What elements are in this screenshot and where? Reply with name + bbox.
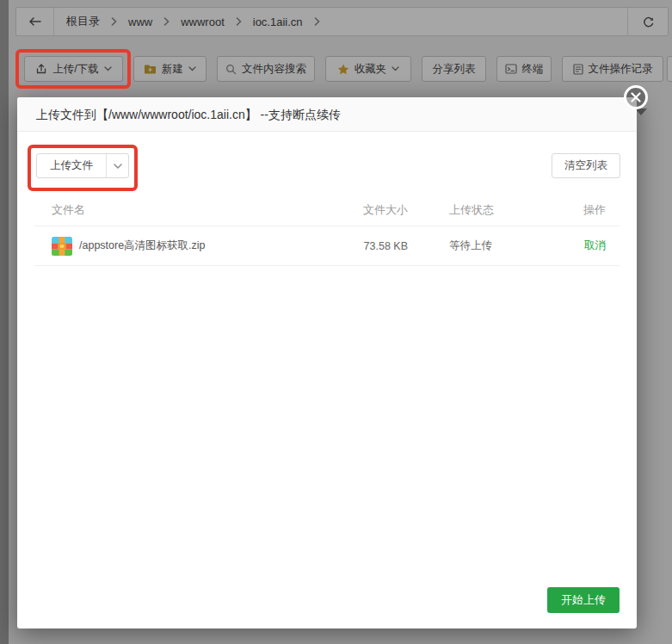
header-action: 操作 bbox=[540, 202, 620, 218]
close-icon bbox=[631, 92, 641, 102]
cancel-upload-link[interactable]: 取消 bbox=[584, 239, 606, 251]
upload-file-label: 上传文件 bbox=[37, 154, 106, 177]
file-name: /appstore高清图标获取.zip bbox=[79, 238, 206, 253]
table-header-row: 文件名 文件大小 上传状态 操作 bbox=[34, 194, 620, 226]
table-row: /appstore高清图标获取.zip 73.58 KB 等待上传 取消 bbox=[34, 226, 620, 266]
header-file-size: 文件大小 bbox=[294, 202, 408, 218]
clear-list-button[interactable]: 清空列表 bbox=[552, 153, 620, 178]
upload-modal: 上传文件到【/www/wwwroot/ioc.1aii.cn】 --支持断点续传… bbox=[17, 97, 637, 629]
modal-title: 上传文件到【/www/wwwroot/ioc.1aii.cn】 --支持断点续传 bbox=[17, 97, 637, 132]
file-manager-page: 根目录 www wwwroot ioc.1aii.cn 上传/下载 新建 bbox=[0, 0, 672, 644]
close-button[interactable] bbox=[624, 85, 648, 109]
header-upload-status: 上传状态 bbox=[449, 202, 540, 218]
upload-file-dropdown[interactable]: 上传文件 bbox=[36, 153, 129, 178]
header-file-name: 文件名 bbox=[34, 202, 294, 218]
start-upload-button[interactable]: 开始上传 bbox=[547, 587, 620, 613]
modal-body: 上传文件 清空列表 文件名 文件大小 上传状态 操作 bbox=[17, 132, 637, 629]
file-size: 73.58 KB bbox=[294, 240, 408, 252]
chevron-down-icon[interactable] bbox=[106, 154, 128, 177]
upload-queue-table: 文件名 文件大小 上传状态 操作 /appstore高清图标获取.zip 73.… bbox=[34, 194, 620, 266]
zip-file-icon bbox=[52, 237, 72, 256]
upload-status: 等待上传 bbox=[449, 238, 540, 253]
